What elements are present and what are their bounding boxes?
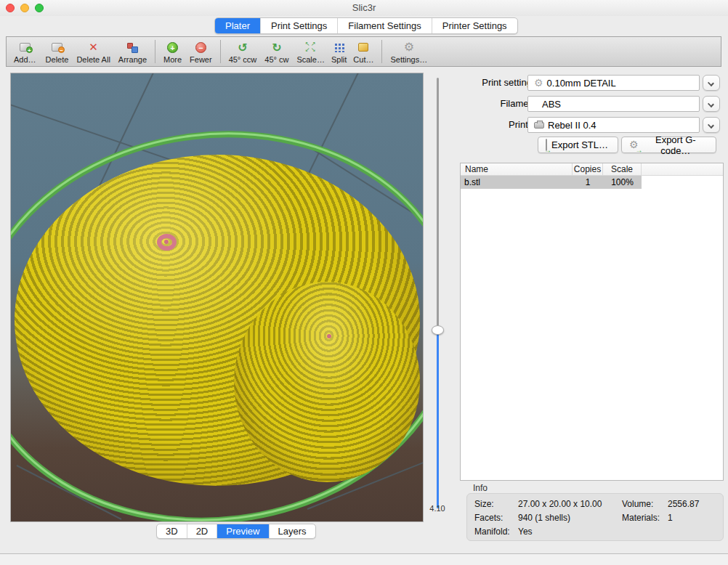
view-tabs-segmented-control: 3D 2D Preview Layers [156,524,316,539]
manifold-value: Yes [518,527,533,537]
fewer-button[interactable]: − Fewer [190,38,212,64]
status-bar [0,554,728,565]
rotate-ccw-button[interactable]: ↺ 45° ccw [229,38,257,64]
toolbar: + Add… − Delete ✕ Delete All Arrange + M… [6,36,721,67]
scale-label: Scale… [296,55,325,64]
split-label: Split [331,55,347,64]
column-header-scale[interactable]: Scale [603,163,642,175]
cut-label: Cut… [353,55,373,64]
facets-value: 940 (1 shells) [518,513,570,523]
chevron-down-icon [708,80,714,86]
layer-slider-value: 4.10 [426,504,449,513]
export-stl-label: Export STL… [551,139,608,150]
printer-value: Rebel II 0.4 [548,120,596,131]
delete-label: Delete [46,55,69,64]
rotate-cw-button[interactable]: ↻ 45° cw [264,38,288,64]
printer-select[interactable]: Rebel II 0.4 [527,117,700,133]
more-button[interactable]: + More [163,38,182,64]
scale-button[interactable]: ↖↗↙↘ Scale… [296,38,325,64]
size-value: 27.00 x 20.00 x 10.00 [518,499,602,509]
chevron-down-icon [708,122,714,129]
cell-copies: 1 [573,177,603,187]
tab-2d[interactable]: 2D [187,524,218,538]
volume-value: 2556.87 [668,499,699,509]
print-settings-select[interactable]: ⚙ 0.10mm DETAIL [527,75,700,91]
window-title: Slic3r [0,2,728,13]
tab-layers[interactable]: Layers [270,524,315,538]
title-bar: Slic3r [0,0,728,16]
chevron-down-icon [708,101,714,107]
delete-all-label: Delete All [76,55,110,64]
3d-preview-canvas[interactable] [10,73,424,522]
cube-plus-icon: + [20,40,31,54]
tab-filament-settings[interactable]: Filament Settings [338,18,432,33]
gold-cube-icon [358,40,368,54]
tab-preview[interactable]: Preview [217,524,269,538]
cell-scale: 100% [603,177,642,187]
split-dots-icon [333,40,344,54]
print-settings-dropdown-button[interactable] [703,75,720,91]
cube-minus-icon: − [52,40,62,54]
object-list-table[interactable]: Name Copies Scale b.stl 1 100% [460,163,724,481]
materials-label: Materials: [622,513,660,523]
column-header-copies[interactable]: Copies [573,163,603,175]
object-table-header: Name Copies Scale [461,163,723,176]
info-box: Size: 27.00 x 20.00 x 10.00 Volume: 2556… [466,493,724,541]
gear-icon: ⚙ [404,40,414,54]
cube-export-icon: → [546,139,547,150]
toolbar-separator [155,40,155,63]
slic3r-window: Slic3r Plater Print Settings Filament Se… [0,0,728,565]
export-stl-button[interactable]: → Export STL… [538,137,618,153]
add-button[interactable]: + Add… [14,38,36,64]
facets-label: Facets: [474,513,503,523]
arrange-button[interactable]: Arrange [118,38,147,64]
settings-label: Settings… [390,55,427,64]
large-dome-center-dot [164,240,169,244]
layer-slider-thumb[interactable] [432,325,444,335]
toolbar-separator [220,40,221,63]
tab-print-settings[interactable]: Print Settings [261,18,338,33]
info-section-title: Info [473,483,488,493]
volume-label: Volume: [622,499,653,509]
tab-plater[interactable]: Plater [215,18,261,33]
stacked-cubes-icon [126,40,139,54]
tab-printer-settings[interactable]: Printer Settings [432,18,517,33]
rotate-ccw-label: 45° ccw [229,55,257,64]
delete-all-button[interactable]: ✕ Delete All [76,38,110,64]
fewer-label: Fewer [190,55,212,64]
gear-icon: ⚙ [534,78,543,88]
filament-select[interactable]: ABS [527,96,700,112]
settings-button[interactable]: ⚙ Settings… [390,38,427,64]
delete-button[interactable]: − Delete [46,38,69,64]
printer-dropdown-button[interactable] [703,117,720,133]
main-tab-row: Plater Print Settings Filament Settings … [0,16,728,36]
print-settings-value: 0.10mm DETAIL [547,78,616,89]
red-x-icon: ✕ [89,40,98,54]
rotate-cw-label: 45° cw [264,55,288,64]
small-dome-center-dot [327,334,331,338]
toolbar-separator [381,40,382,63]
rotate-ccw-icon: ↺ [238,40,247,54]
materials-value: 1 [668,513,673,523]
export-gcode-button[interactable]: ⚙→ Export G-code… [621,137,716,153]
main-tabs-segmented-control: Plater Print Settings Filament Settings … [214,17,518,34]
gear-export-icon: ⚙→ [629,139,639,150]
arrange-label: Arrange [118,55,147,64]
tab-3d[interactable]: 3D [157,524,187,538]
printer-icon [534,122,544,129]
manifold-label: Manifold: [474,527,510,537]
filament-value: ABS [542,99,561,110]
layer-slider-track[interactable] [437,78,439,508]
export-gcode-label: Export G-code… [643,134,708,156]
green-plus-circle-icon: + [167,40,178,54]
split-button[interactable]: Split [331,38,347,64]
cell-name: b.stl [461,177,573,187]
size-label: Size: [474,499,494,509]
scale-arrows-icon: ↖↗↙↘ [305,40,317,54]
cut-button[interactable]: Cut… [353,38,373,64]
table-row-bstl[interactable]: b.stl 1 100% [461,176,642,189]
column-header-name[interactable]: Name [461,163,573,175]
filament-dropdown-button[interactable] [703,96,720,112]
printed-object-small-dome[interactable] [234,282,420,482]
red-minus-circle-icon: − [195,40,206,54]
